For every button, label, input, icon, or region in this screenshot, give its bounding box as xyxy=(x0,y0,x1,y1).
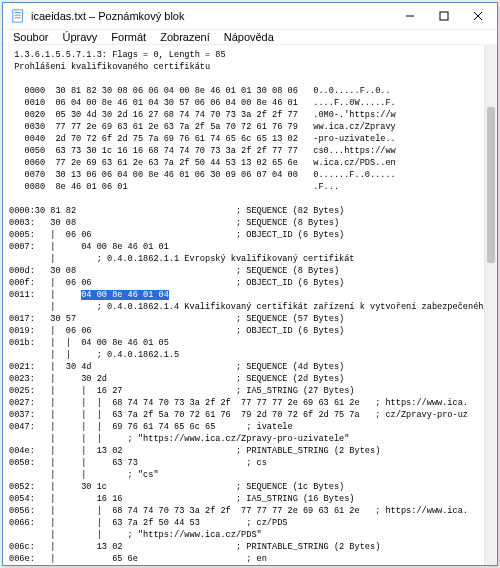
text-area[interactable]: 1.3.6.1.5.5.7.1.3: Flags = 0, Length = 8… xyxy=(3,45,484,565)
notepad-icon xyxy=(11,9,25,23)
svg-rect-5 xyxy=(440,12,448,20)
scroll-thumb[interactable] xyxy=(487,107,495,263)
titlebar[interactable]: icaeidas.txt – Poznámkový blok xyxy=(3,3,497,30)
close-button[interactable] xyxy=(461,3,495,29)
menu-view[interactable]: Zobrazení xyxy=(154,30,216,44)
menu-file[interactable]: Soubor xyxy=(7,30,54,44)
menubar: Soubor Úpravy Formát Zobrazení Nápověda xyxy=(3,30,497,45)
titlebar-left: icaeidas.txt – Poznámkový blok xyxy=(11,9,184,23)
minimize-button[interactable] xyxy=(393,3,427,29)
window-controls xyxy=(393,3,495,29)
menu-format[interactable]: Formát xyxy=(105,30,152,44)
vertical-scrollbar[interactable] xyxy=(484,45,497,565)
menu-edit[interactable]: Úpravy xyxy=(56,30,103,44)
content-wrap: 1.3.6.1.5.5.7.1.3: Flags = 0, Length = 8… xyxy=(3,45,497,565)
notepad-window: icaeidas.txt – Poznámkový blok Soubor Úp… xyxy=(2,2,498,566)
maximize-button[interactable] xyxy=(427,3,461,29)
svg-rect-0 xyxy=(13,10,23,22)
window-title: icaeidas.txt – Poznámkový blok xyxy=(31,10,184,22)
menu-help[interactable]: Nápověda xyxy=(218,30,280,44)
